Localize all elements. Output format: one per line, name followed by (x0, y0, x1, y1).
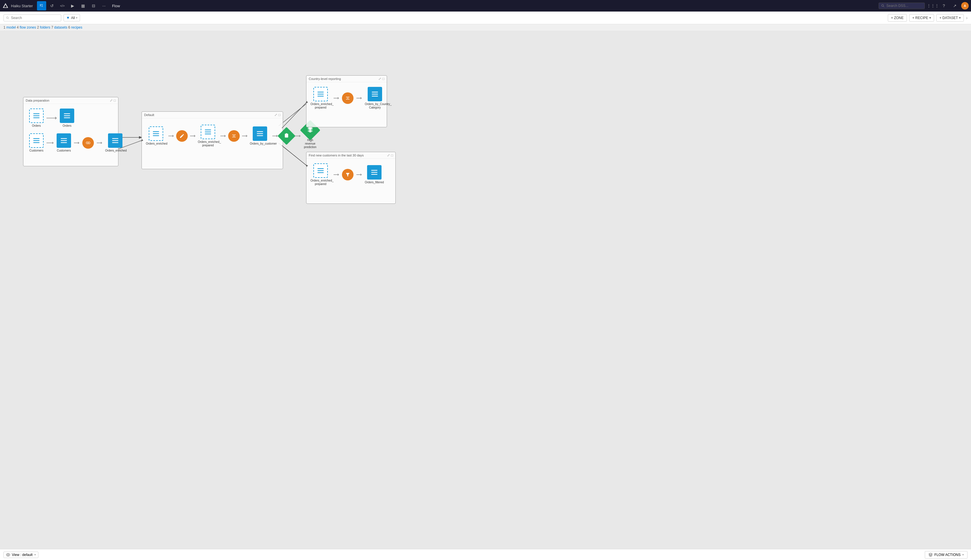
logo-icon (2, 3, 9, 9)
zone-default-window-icon[interactable]: □ (279, 113, 280, 117)
node-customers-ds[interactable]: Customers (57, 133, 71, 152)
node-customers-ds-label: Customers (57, 149, 71, 152)
search-input[interactable] (11, 16, 58, 20)
view-select[interactable]: View : default ▾ (3, 552, 38, 558)
help-icon[interactable]: ? (939, 1, 948, 10)
zone-nc-expand-icon[interactable]: ⤢ (387, 153, 390, 157)
search-dss-bar[interactable] (879, 3, 925, 9)
node-orders-enriched-default-label: Orders_enriched (146, 142, 166, 145)
model-link[interactable]: model (7, 25, 16, 30)
filter-select[interactable]: ▼ All ▾ (63, 14, 80, 22)
node-recipe-prepare[interactable] (176, 130, 188, 142)
zone-default-header: Default ⤢ □ (142, 112, 283, 118)
recipes-count: 6 (68, 25, 70, 30)
zone-new-customers-header: Find new customers in the last 30 days ⤢… (307, 152, 395, 159)
code-nav-icon[interactable]: </> (58, 1, 67, 10)
svg-point-9 (86, 142, 88, 144)
zone-nc-window-icon[interactable]: □ (391, 153, 393, 157)
search-icon (6, 16, 9, 20)
apps-grid-icon[interactable]: ⋮⋮⋮ (928, 1, 938, 10)
flow-nav-icon[interactable] (37, 1, 46, 10)
add-zone-button[interactable]: + ZONE (888, 14, 907, 22)
zone-window-icon[interactable]: □ (114, 98, 116, 102)
zone-country-reporting-title: Country-level reporting (309, 77, 341, 80)
node-orders-enriched-prep[interactable]: Orders_enriched (105, 133, 125, 152)
zone-default: Default ⤢ □ Orders_enriched (142, 112, 283, 169)
dataset-dropdown-icon: ▾ (959, 16, 961, 19)
datasets-link[interactable]: datasets (54, 25, 67, 30)
flow-actions-button[interactable]: FLOW ACTIONS ▾ (925, 551, 968, 558)
zone-new-customers-title: Find new customers in the last 30 days (309, 153, 364, 157)
svg-line-3 (884, 7, 884, 7)
svg-point-4 (7, 17, 8, 18)
svg-line-7 (279, 103, 308, 126)
node-orders-enriched-default[interactable]: Orders_enriched (146, 127, 166, 145)
node-orders-by-customer-label: Orders_by_customer (250, 142, 270, 145)
node-orders-by-country-category[interactable]: Orders_by_Country_Category (365, 87, 385, 109)
folders-link[interactable]: folders (40, 25, 50, 30)
app-title: Haiku Starter (11, 4, 33, 8)
analytics-icon[interactable]: ↗ (950, 1, 959, 10)
node-orders-source-label: Orders (32, 124, 41, 128)
folders-count: 2 (37, 25, 39, 30)
more-nav-icon[interactable]: ··· (99, 1, 108, 10)
node-orders-filtered-label: Orders_filtered (365, 181, 384, 184)
node-recipe-score[interactable] (280, 130, 293, 142)
node-orders-ds-label: Orders (63, 124, 72, 128)
node-orders-enriched-prepared-label: Orders_enriched_prepared (198, 140, 218, 147)
zone-connectors-svg (0, 31, 971, 549)
zone-default-expand-icon[interactable]: ⤢ (274, 113, 277, 117)
node-orders-filtered[interactable]: Orders_filtered (365, 165, 384, 184)
datasets-count: 7 (52, 25, 53, 30)
view-select-label: View : default (12, 553, 33, 557)
node-orders-enriched-prepared-cr[interactable]: Orders_enriched_prepared (310, 87, 331, 109)
zone-country-reporting: Country-level reporting ⤢ □ Orders_enric… (306, 75, 387, 127)
zone-new-customers: Find new customers in the last 30 days ⤢… (306, 152, 396, 204)
refresh-nav-icon[interactable]: ↺ (47, 1, 57, 10)
add-recipe-button[interactable]: + RECIPE ▾ (909, 14, 934, 22)
node-recipe-country[interactable] (342, 92, 354, 104)
svg-point-17 (8, 554, 9, 555)
node-orders-enriched-prepared[interactable]: Orders_enriched_prepared (198, 125, 218, 147)
zone-default-title: Default (144, 113, 154, 117)
run-nav-icon[interactable]: ▶ (68, 1, 77, 10)
flowzones-link[interactable]: flow zones (20, 25, 36, 30)
node-orders-enriched-prep-label: Orders_enriched (105, 149, 125, 152)
recipes-link[interactable]: recipes (71, 25, 82, 30)
add-recipe-label: + RECIPE (913, 16, 928, 20)
node-orders-ds[interactable]: Orders (60, 108, 74, 128)
node-recipe-filter[interactable] (342, 169, 354, 180)
preview-nav-icon[interactable]: ⊟ (89, 1, 98, 10)
search-dss-input[interactable] (886, 4, 921, 8)
svg-point-10 (88, 142, 90, 144)
model-count: 1 (3, 25, 5, 30)
node-recipe-groupby[interactable] (228, 130, 240, 142)
zone-data-preparation-title: Data preparation (26, 99, 49, 102)
zone-data-preparation: Data preparation ⤢ □ Orders (23, 97, 118, 166)
recipe-dropdown-icon: ▾ (929, 16, 931, 19)
flow-actions-icon (929, 553, 933, 557)
zone-data-preparation-header: Data preparation ⤢ □ (23, 97, 118, 104)
user-avatar[interactable]: A (961, 2, 969, 10)
search-input-container[interactable] (3, 15, 61, 22)
filter-label: All (71, 16, 75, 20)
flow-actions-dropdown-icon: ▾ (962, 553, 964, 556)
zone-expand-icon[interactable]: ⤢ (110, 98, 113, 102)
table-nav-icon[interactable]: ▦ (78, 1, 88, 10)
collapse-sidebar-icon[interactable]: › (966, 15, 968, 20)
node-customers-source[interactable]: Customers (29, 133, 43, 152)
zone-cr-expand-icon[interactable]: ⤢ (378, 77, 381, 81)
summary-bar: 1 model 4 flow zones 2 folders 7 dataset… (0, 24, 971, 31)
node-orders-by-customer[interactable]: Orders_by_customer (250, 127, 270, 145)
node-customers-source-label: Customers (30, 149, 43, 152)
zone-cr-window-icon[interactable]: □ (382, 77, 384, 81)
flow-label: Flow (112, 4, 120, 8)
node-orders-source[interactable]: Orders (29, 108, 43, 128)
add-dataset-label: + DATASET (939, 16, 958, 20)
view-select-dropdown-icon: ▾ (34, 553, 36, 556)
node-high-revenue-prediction-label: High revenueprediction (303, 138, 317, 149)
node-orders-enriched-prepared-nc[interactable]: Orders_enriched_prepared (310, 163, 331, 186)
node-recipe-join[interactable] (82, 137, 94, 149)
add-dataset-button[interactable]: + DATASET ▾ (936, 14, 964, 22)
zone-country-reporting-header: Country-level reporting ⤢ □ (307, 76, 387, 82)
